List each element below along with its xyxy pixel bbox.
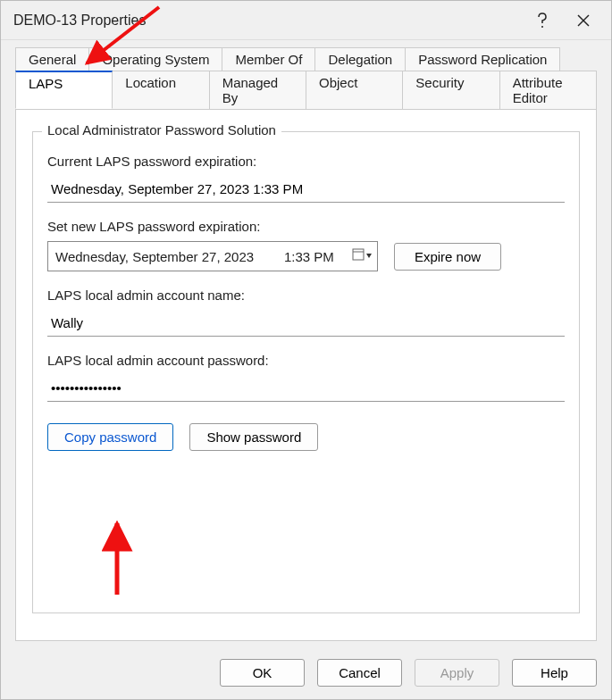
dialog-footer: OK Cancel Apply Help	[1, 646, 611, 699]
show-password-button[interactable]: Show password	[189, 423, 318, 451]
tab-row-1: General Operating System Member Of Deleg…	[15, 47, 597, 71]
copy-password-button[interactable]: Copy password	[47, 423, 173, 451]
groupbox-legend: Local Administrator Password Solution	[42, 122, 281, 138]
laps-pane: Local Administrator Password Solution Cu…	[15, 109, 597, 641]
set-new-expiration-picker[interactable]: Wednesday, September 27, 2023 1:33 PM	[47, 241, 378, 271]
window-title: DEMO-13 Properties	[13, 12, 522, 29]
current-expiration-label: Current LAPS password expiration:	[47, 154, 565, 169]
laps-groupbox: Local Administrator Password Solution Cu…	[32, 131, 580, 613]
admin-account-name-value	[47, 310, 565, 337]
tab-delegation[interactable]: Delegation	[315, 47, 406, 71]
cancel-button[interactable]: Cancel	[317, 659, 402, 687]
close-button[interactable]	[563, 6, 604, 35]
tab-row-2: LAPS Location Managed By Object Security…	[15, 71, 597, 109]
help-dialog-button[interactable]: Help	[512, 659, 597, 687]
admin-account-password-value	[47, 375, 565, 402]
svg-point-0	[541, 26, 543, 28]
admin-account-name-label: LAPS local admin account name:	[47, 288, 565, 303]
tab-security[interactable]: Security	[403, 71, 499, 109]
titlebar: DEMO-13 Properties	[1, 1, 611, 40]
tab-attribute-editor[interactable]: Attribute Editor	[500, 71, 597, 109]
tab-operating-system[interactable]: Operating System	[89, 47, 222, 71]
properties-window: DEMO-13 Properties General Operating Sys…	[0, 0, 612, 700]
datetime-date[interactable]: Wednesday, September 27, 2023	[52, 246, 281, 268]
svg-marker-5	[366, 254, 372, 258]
set-new-expiration-label: Set new LAPS password expiration:	[47, 219, 565, 234]
datetime-time[interactable]: 1:33 PM	[281, 246, 350, 268]
tab-laps[interactable]: LAPS	[15, 71, 113, 109]
help-button[interactable]	[522, 6, 563, 35]
tab-pane-container: Local Administrator Password Solution Cu…	[1, 109, 611, 641]
admin-account-password-label: LAPS local admin account password:	[47, 353, 565, 368]
apply-button: Apply	[415, 659, 499, 687]
ok-button[interactable]: OK	[220, 659, 305, 687]
calendar-dropdown-icon[interactable]	[350, 248, 373, 264]
tab-general[interactable]: General	[15, 47, 89, 71]
expire-now-button[interactable]: Expire now	[394, 243, 501, 271]
current-expiration-value	[47, 176, 565, 203]
tab-managed-by[interactable]: Managed By	[210, 71, 306, 109]
tab-object[interactable]: Object	[306, 71, 403, 109]
tab-password-replication[interactable]: Password Replication	[406, 47, 560, 71]
tab-strip: General Operating System Member Of Deleg…	[1, 40, 611, 109]
svg-rect-3	[353, 249, 364, 260]
tab-location[interactable]: Location	[113, 71, 209, 109]
tab-member-of[interactable]: Member Of	[222, 47, 315, 71]
